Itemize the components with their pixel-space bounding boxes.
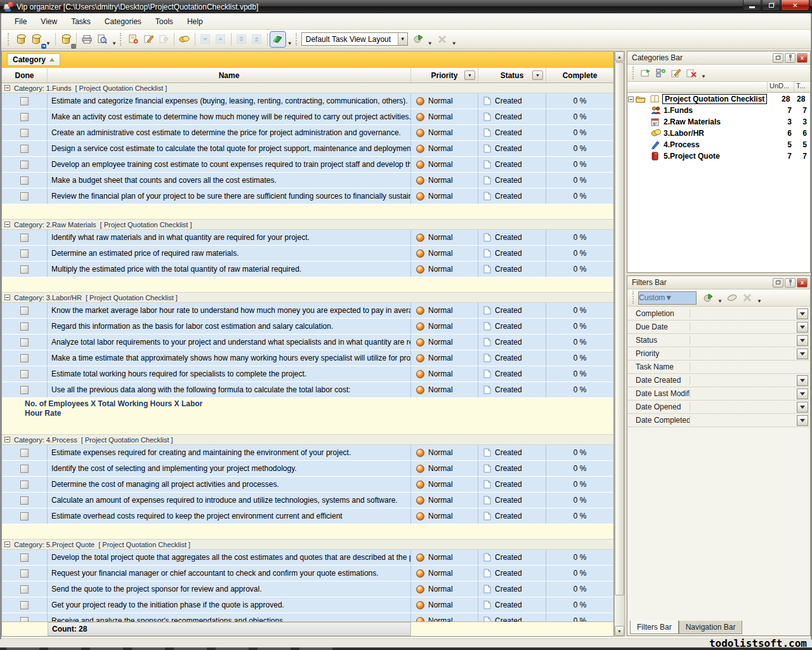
- collapse-icon[interactable]: [4, 437, 10, 442]
- filter-value-field[interactable]: [690, 334, 797, 347]
- column-complete[interactable]: Complete: [546, 68, 613, 83]
- category-group-header[interactable]: Category: 2.Raw Materials [ Project Quot…: [2, 220, 613, 230]
- category-tree-item[interactable]: 3.Labor/HR 6 6: [628, 128, 809, 139]
- done-checkbox[interactable]: [20, 265, 29, 274]
- task-row[interactable]: Design a service cost estimate to calcul…: [2, 141, 613, 157]
- done-checkbox[interactable]: [20, 585, 29, 594]
- done-checkbox[interactable]: [20, 97, 29, 105]
- task-row[interactable]: Multiply the estimated price with the to…: [2, 262, 613, 277]
- edit-category-button[interactable]: [669, 65, 684, 81]
- task-row[interactable]: Make an activity cost estimate to determ…: [2, 109, 613, 125]
- category-group-header[interactable]: Category: 5.Project Quote [ Project Quot…: [2, 540, 613, 550]
- done-checkbox[interactable]: [20, 113, 29, 121]
- done-checkbox[interactable]: [20, 386, 29, 394]
- filter-value-field[interactable]: [690, 414, 797, 427]
- task-row[interactable]: Estimate expenses required for creating …: [2, 445, 613, 461]
- task-row[interactable]: Create an administrative cost estimate t…: [2, 125, 613, 141]
- apply-layout-button[interactable]: [410, 32, 426, 47]
- task-row[interactable]: Send the quote to the project sponsor fo…: [2, 581, 613, 597]
- filter-dropdown-button[interactable]: [797, 388, 808, 399]
- apply-filter-caret[interactable]: ▼: [716, 298, 724, 304]
- scroll-down-button[interactable]: ▼: [615, 626, 624, 636]
- layout-combobox-arrow[interactable]: ▼: [398, 33, 407, 45]
- filters-toolbar-caret[interactable]: ▼: [755, 298, 764, 304]
- new-checklist-button[interactable]: [638, 65, 653, 81]
- task-row[interactable]: Regard this information as the basis for…: [2, 319, 613, 335]
- tab-navigation-bar[interactable]: Navigation Bar: [679, 621, 743, 634]
- tree-collapse-icon[interactable]: [628, 96, 634, 102]
- column-status[interactable]: Status ▼: [478, 68, 546, 83]
- done-checkbox[interactable]: [20, 569, 29, 578]
- tab-filters-bar[interactable]: Filters Bar: [630, 620, 679, 634]
- restore-button[interactable]: [762, 0, 780, 11]
- total-column-header[interactable]: T...: [794, 82, 810, 92]
- categories-restore-button[interactable]: [773, 53, 783, 63]
- categories-pin-button[interactable]: [785, 53, 796, 63]
- clear-filter-button[interactable]: [724, 290, 740, 305]
- task-row[interactable]: Determine an estimated price of required…: [2, 246, 613, 262]
- move-bottom-button[interactable]: [234, 32, 249, 47]
- filter-dropdown-button[interactable]: [797, 322, 808, 333]
- task-row[interactable]: Identify the cost of selecting and imple…: [2, 461, 613, 477]
- delete-task-button[interactable]: [156, 32, 171, 47]
- filter-value-field[interactable]: [690, 347, 797, 360]
- collapse-icon[interactable]: [4, 85, 10, 91]
- column-priority[interactable]: Priority ▼: [411, 68, 478, 83]
- done-checkbox[interactable]: [20, 307, 29, 315]
- filter-value-field[interactable]: [690, 374, 797, 387]
- tree-root-item[interactable]: Project Quotation Checklist 28 28: [628, 93, 809, 105]
- move-down-button[interactable]: [198, 32, 213, 47]
- task-row[interactable]: Estimate and categorize financial expens…: [2, 93, 613, 109]
- filter-preset-combobox[interactable]: Custom ▼: [638, 291, 697, 305]
- task-row[interactable]: Make a time estimate that approximately …: [2, 350, 613, 366]
- done-checkbox[interactable]: [20, 234, 29, 242]
- delete-category-button[interactable]: [684, 65, 699, 81]
- coins-button[interactable]: [177, 32, 192, 47]
- done-checkbox[interactable]: [20, 249, 29, 258]
- category-tree-item[interactable]: 4.Process 5 5: [628, 139, 809, 150]
- done-checkbox[interactable]: [20, 192, 29, 201]
- category-tree-item[interactable]: 5 2.Raw Materials 3 3: [628, 116, 809, 128]
- delete-filter-button[interactable]: [740, 290, 755, 305]
- filter-dropdown-button[interactable]: [797, 375, 808, 386]
- done-checkbox[interactable]: [20, 512, 29, 521]
- delete-layout-button[interactable]: [435, 32, 450, 47]
- undone-column-header[interactable]: UnD...: [767, 82, 794, 92]
- menu-view[interactable]: View: [34, 15, 64, 29]
- layout-combobox[interactable]: Default Task View Layout ▼: [301, 32, 408, 46]
- task-row[interactable]: Determine the cost of managing all proje…: [2, 477, 613, 493]
- done-checkbox[interactable]: [20, 370, 29, 378]
- task-row[interactable]: Request your financial manager or chief …: [2, 566, 613, 581]
- grid-vertical-scrollbar[interactable]: ▲ ▼: [614, 51, 625, 637]
- category-tree-item[interactable]: 5.Project Quote 7 7: [628, 150, 809, 162]
- task-row[interactable]: Develop the total project quote that agg…: [2, 550, 613, 566]
- collapse-icon[interactable]: [4, 222, 10, 227]
- done-checkbox[interactable]: [20, 481, 29, 489]
- filter-preset-arrow[interactable]: ▼: [665, 293, 672, 302]
- filter-value-field[interactable]: [690, 361, 797, 373]
- filter-dropdown-button[interactable]: [797, 348, 808, 359]
- print-preview-button[interactable]: [95, 32, 110, 47]
- group-by-chip[interactable]: Category: [7, 53, 60, 66]
- move-top-button[interactable]: [249, 32, 265, 47]
- status-filter-dropdown[interactable]: ▼: [532, 70, 543, 80]
- task-row[interactable]: Estimate total working hours required fo…: [2, 366, 613, 382]
- collapse-icon[interactable]: [4, 541, 10, 547]
- filter-dropdown-button[interactable]: [797, 308, 808, 319]
- toolbar-overflow-caret[interactable]: ▼: [450, 41, 459, 46]
- done-checkbox[interactable]: [20, 322, 29, 331]
- save-database-button[interactable]: [58, 32, 74, 47]
- menu-tools[interactable]: Tools: [148, 15, 180, 29]
- categories-toolbar-caret[interactable]: ▼: [699, 74, 708, 79]
- category-tree-item[interactable]: 1.Funds 7 7: [628, 105, 809, 116]
- filter-dropdown-button[interactable]: [797, 415, 808, 426]
- close-button[interactable]: ✕: [781, 0, 809, 11]
- filters-restore-button[interactable]: [773, 278, 783, 288]
- task-row[interactable]: Develop an employee training cost estima…: [2, 157, 613, 173]
- view-caret[interactable]: ▼: [285, 41, 294, 46]
- menu-tasks[interactable]: Tasks: [64, 15, 98, 29]
- task-row[interactable]: Get your project ready to the initiation…: [2, 597, 613, 613]
- column-done[interactable]: Done: [2, 68, 48, 83]
- done-checkbox[interactable]: [20, 496, 29, 505]
- minimize-button[interactable]: [743, 0, 761, 11]
